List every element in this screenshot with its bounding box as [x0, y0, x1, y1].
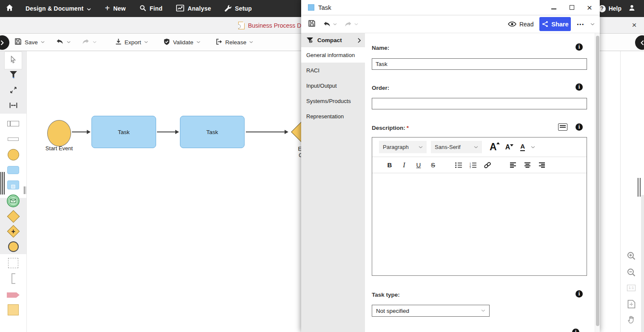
nav-design-document[interactable]: Design & Document: [19, 0, 98, 17]
home-button[interactable]: [0, 0, 19, 17]
bold-button[interactable]: B: [382, 161, 397, 169]
redo-button[interactable]: [344, 21, 358, 28]
nav-find[interactable]: Find: [133, 0, 169, 17]
subprocess-shape[interactable]: [6, 177, 21, 192]
user-button[interactable]: [626, 0, 638, 17]
model-tab[interactable]: Business Process Dia: [238, 17, 301, 34]
sequence-flow-arrow[interactable]: [72, 132, 87, 132]
font-color-button[interactable]: A: [520, 143, 525, 151]
decrease-font-button[interactable]: A: [505, 143, 510, 151]
annotation-shape[interactable]: [6, 271, 21, 286]
nav-analyse[interactable]: Analyse: [169, 0, 218, 17]
align-center-button[interactable]: [520, 162, 535, 168]
chevron-down-icon[interactable]: [67, 41, 71, 43]
minimize-button[interactable]: [550, 4, 557, 11]
pool-shape[interactable]: [6, 116, 21, 131]
select-tool[interactable]: [6, 53, 21, 68]
fit-to-page-button[interactable]: [624, 297, 638, 311]
strikethrough-button[interactable]: S: [426, 161, 440, 169]
diagram-canvas[interactable]: Start Event Task Task Exclusive Gateway: [26, 51, 301, 332]
chevron-down-icon[interactable]: [93, 41, 97, 43]
sequence-flow-arrow[interactable]: [246, 132, 285, 132]
task-type-select[interactable]: Not specified: [372, 305, 490, 317]
align-right-button[interactable]: [535, 162, 549, 168]
tab-input-output[interactable]: Input/Output: [301, 78, 365, 93]
info-icon[interactable]: [576, 43, 583, 51]
sequence-flow-arrow[interactable]: [157, 132, 175, 132]
insert-link-button[interactable]: [480, 162, 495, 169]
task-node-1[interactable]: Task: [91, 116, 156, 148]
zoom-in-button[interactable]: [624, 249, 638, 263]
save-button[interactable]: [308, 20, 316, 29]
share-button[interactable]: Share: [539, 17, 571, 31]
undo-button[interactable]: [323, 21, 337, 28]
tab-representation[interactable]: Representation: [301, 109, 365, 124]
parallel-gateway-shape[interactable]: +: [6, 223, 21, 239]
compact-mode-button[interactable]: Compact: [301, 33, 365, 47]
dialog-titlebar[interactable]: Task ×: [301, 0, 600, 15]
description-text-area[interactable]: [372, 173, 587, 275]
note-shape[interactable]: [6, 302, 21, 318]
undo-button[interactable]: [56, 38, 71, 46]
zoom-reset-button[interactable]: 1:1: [624, 280, 638, 295]
more-options-button[interactable]: •••: [577, 22, 584, 27]
bullet-list-button[interactable]: [451, 162, 466, 168]
tab-general-information[interactable]: General information: [301, 47, 365, 63]
chevron-down-icon[interactable]: [249, 41, 253, 43]
release-button[interactable]: Release: [216, 38, 254, 46]
numbered-list-button[interactable]: 123: [466, 162, 480, 168]
exclusive-gateway-node[interactable]: [291, 113, 301, 151]
zoom-out-button[interactable]: [624, 265, 638, 280]
save-button[interactable]: Save: [14, 38, 45, 46]
info-icon[interactable]: [576, 123, 583, 131]
align-left-button[interactable]: [506, 162, 520, 168]
italic-button[interactable]: I: [397, 161, 411, 169]
resize-tool[interactable]: [6, 83, 21, 98]
info-icon[interactable]: [576, 83, 583, 91]
validate-button[interactable]: Validate: [163, 38, 200, 46]
message-event-shape[interactable]: [6, 193, 21, 209]
left-panel-resize-handle[interactable]: [0, 172, 5, 195]
chevron-down-icon[interactable]: [531, 146, 535, 149]
chevron-down-icon[interactable]: [354, 23, 358, 26]
paragraph-style-select[interactable]: Paragraph: [379, 141, 427, 153]
redo-button[interactable]: [82, 38, 97, 46]
group-shape[interactable]: [6, 255, 21, 271]
start-event-shape[interactable]: [6, 147, 21, 162]
increase-font-button[interactable]: A: [490, 141, 497, 153]
export-button[interactable]: Export: [115, 38, 148, 46]
spacing-tool[interactable]: [6, 98, 21, 114]
underline-button[interactable]: U: [411, 161, 426, 169]
chevron-down-icon[interactable]: [41, 41, 45, 43]
read-mode-button[interactable]: Read: [508, 21, 533, 28]
right-panel-resize-handle[interactable]: [638, 178, 641, 197]
dialog-scrollbar[interactable]: [595, 33, 600, 332]
model-close-icon[interactable]: ×: [630, 20, 639, 30]
close-button[interactable]: ×: [586, 4, 593, 11]
chevron-down-icon[interactable]: [197, 41, 200, 43]
start-event-node[interactable]: [47, 120, 71, 146]
chevron-down-icon[interactable]: [144, 41, 148, 43]
chevron-down-icon[interactable]: [590, 23, 595, 26]
lane-shape[interactable]: [6, 132, 21, 147]
order-input[interactable]: [372, 98, 587, 109]
nav-new[interactable]: + New: [98, 0, 132, 17]
scrollbar-thumb[interactable]: [596, 36, 599, 326]
info-icon[interactable]: [576, 290, 583, 298]
task-node-2[interactable]: Task: [180, 116, 245, 148]
filter-tool[interactable]: [6, 68, 21, 83]
task-shape[interactable]: [6, 162, 21, 177]
pan-button[interactable]: [624, 312, 638, 326]
help-button[interactable]: ? Help: [598, 5, 621, 12]
nav-setup[interactable]: Setup: [218, 0, 259, 17]
tab-raci[interactable]: RACI: [301, 63, 365, 78]
end-event-shape[interactable]: [6, 239, 21, 254]
palette-resize-handle[interactable]: [24, 186, 26, 194]
name-input[interactable]: [372, 58, 587, 70]
gateway-shape[interactable]: [6, 209, 21, 224]
font-family-select[interactable]: Sans-Serif: [431, 141, 482, 153]
translations-icon[interactable]: [558, 123, 567, 131]
chevron-down-icon[interactable]: [333, 23, 337, 26]
maximize-button[interactable]: [568, 4, 575, 11]
info-icon[interactable]: [572, 329, 579, 332]
